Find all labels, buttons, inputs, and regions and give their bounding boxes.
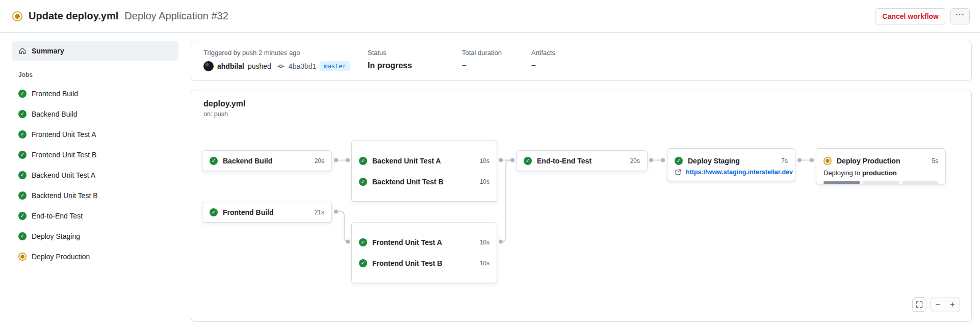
success-icon xyxy=(210,208,218,216)
run-name: Deploy Application #32 xyxy=(124,10,228,22)
sidebar-job-label: Backend Build xyxy=(32,110,78,118)
status-label: Status xyxy=(368,49,462,57)
sidebar-job-item[interactable]: Backend Unit Test A xyxy=(12,165,178,185)
job-node-label: Backend Build xyxy=(223,157,272,165)
success-icon xyxy=(18,110,27,118)
success-icon xyxy=(359,238,367,246)
job-node-duration: 10s xyxy=(480,260,489,267)
commit-message: Update deploy.yml xyxy=(29,10,118,22)
action-text: pushed xyxy=(248,62,271,70)
deploy-progress-bar xyxy=(816,177,945,184)
job-node-label: Backend Unit Test A xyxy=(372,157,441,165)
more-options-button[interactable]: ··· xyxy=(950,8,970,24)
job-node-duration: 20s xyxy=(315,157,324,164)
sidebar-job-item[interactable]: End-to-End Test xyxy=(12,206,178,226)
job-node-e2e-test[interactable]: End-to-End Test 20s xyxy=(516,150,648,171)
success-icon xyxy=(18,212,27,220)
sidebar-job-item[interactable]: Backend Build xyxy=(12,104,178,124)
run-header: Update deploy.yml Deploy Application #32… xyxy=(0,0,980,33)
sidebar-job-label: Frontend Unit Test B xyxy=(32,151,96,159)
external-link-icon xyxy=(675,169,682,176)
job-node-label: End-to-End Test xyxy=(537,157,591,165)
job-node-duration: 20s xyxy=(630,157,640,164)
job-node-duration: 21s xyxy=(315,209,324,216)
job-node-duration: 5s xyxy=(932,157,938,164)
cancel-workflow-button[interactable]: Cancel workflow xyxy=(875,8,946,24)
in-progress-icon xyxy=(18,253,27,261)
success-icon xyxy=(524,157,532,165)
run-title: Update deploy.yml Deploy Application #32 xyxy=(12,10,228,22)
sidebar-job-label: Backend Unit Test A xyxy=(32,171,95,179)
avatar[interactable] xyxy=(203,61,214,71)
status-value: In progress xyxy=(368,61,462,70)
job-node-frontend-test-b[interactable]: Frontend Unit Test B 10s xyxy=(352,253,497,273)
job-node-duration: 7s xyxy=(781,157,788,164)
jobs-list: Frontend BuildBackend BuildFrontend Unit… xyxy=(12,84,178,267)
success-icon xyxy=(359,157,367,165)
job-node-frontend-test-a[interactable]: Frontend Unit Test A 10s xyxy=(352,232,497,253)
run-summary-card: Triggered by push 2 minutes ago ahdbilal… xyxy=(191,41,972,81)
commit-icon xyxy=(277,62,285,70)
staging-environment-link[interactable]: https://www.staging.interstellar.dev xyxy=(686,169,793,176)
success-icon xyxy=(675,157,683,165)
job-node-backend-test-b[interactable]: Backtend Unit Test B 10s xyxy=(352,171,497,192)
success-icon xyxy=(210,157,218,165)
success-icon xyxy=(18,191,27,200)
sidebar-job-label: Backtend Unit Test B xyxy=(32,191,98,200)
duration-value: – xyxy=(462,61,531,70)
job-node-deploy-staging[interactable]: Deploy Staging 7s https://www.staging.in… xyxy=(667,148,795,181)
duration-label: Total duration xyxy=(462,49,531,57)
progress-segment xyxy=(862,181,899,184)
job-node-group-frontend-tests: Frontend Unit Test A 10s Frontend Unit T… xyxy=(351,222,497,283)
sidebar-job-item[interactable]: Backtend Unit Test B xyxy=(12,185,178,206)
success-icon xyxy=(359,178,367,186)
sidebar-job-item[interactable]: Frontend Build xyxy=(12,84,178,104)
sidebar-summary-label: Summary xyxy=(32,47,64,55)
job-node-deploy-production[interactable]: Deploy Production 5s Deploying to produc… xyxy=(816,148,946,184)
success-icon xyxy=(18,171,27,179)
success-icon xyxy=(18,90,27,98)
job-node-label: Frontend Unit Test B xyxy=(372,259,442,267)
job-node-label: Frontend Build xyxy=(223,208,274,216)
job-node-duration: 10s xyxy=(480,157,489,164)
job-node-group-backend-tests: Backend Unit Test A 10s Backtend Unit Te… xyxy=(351,141,497,202)
sidebar-job-label: Frontend Unit Test A xyxy=(32,130,96,139)
artifacts-label: Artifacts xyxy=(531,49,555,57)
sidebar-job-label: Frontend Build xyxy=(32,90,78,98)
progress-segment xyxy=(901,181,938,184)
success-icon xyxy=(359,259,367,267)
artifacts-value: – xyxy=(531,61,555,70)
job-node-label: Frontend Unit Test A xyxy=(372,238,442,246)
branch-badge[interactable]: master xyxy=(320,61,350,71)
job-node-backend-build[interactable]: Backend Build 20s xyxy=(202,150,332,171)
job-node-backend-test-a[interactable]: Backend Unit Test A 10s xyxy=(352,150,497,171)
job-node-duration: 10s xyxy=(480,239,489,246)
job-node-label: Deploy Staging xyxy=(688,157,740,165)
trigger-text: Triggered by push 2 minutes ago xyxy=(203,49,368,57)
success-icon xyxy=(18,232,27,240)
success-icon xyxy=(18,130,27,139)
sidebar-job-item[interactable]: Deploy Staging xyxy=(12,226,178,246)
commit-sha[interactable]: 4ba3bd1 xyxy=(289,62,317,70)
progress-segment xyxy=(823,181,860,184)
zoom-in-button[interactable]: + xyxy=(945,297,960,312)
workflow-graph: deploy.yml on: push xyxy=(191,90,972,322)
in-progress-icon xyxy=(823,157,832,165)
sidebar-job-label: End-to-End Test xyxy=(32,212,83,220)
zoom-out-button[interactable]: − xyxy=(931,297,945,312)
sidebar-job-label: Deploy Production xyxy=(32,253,90,261)
actor-name[interactable]: ahdbilal xyxy=(217,62,244,70)
fullscreen-button[interactable] xyxy=(912,297,926,312)
job-node-label: Backtend Unit Test B xyxy=(372,178,444,186)
sidebar-job-label: Deploy Staging xyxy=(32,232,80,240)
sidebar-job-item[interactable]: Frontend Unit Test A xyxy=(12,124,178,145)
sidebar-job-item[interactable]: Frontend Unit Test B xyxy=(12,145,178,165)
sidebar-item-summary[interactable]: Summary xyxy=(12,41,178,61)
home-icon xyxy=(18,47,27,55)
sidebar-job-item[interactable]: Deploy Production xyxy=(12,246,178,267)
job-node-frontend-build[interactable]: Frontend Build 21s xyxy=(202,202,332,223)
success-icon xyxy=(18,151,27,159)
job-node-duration: 10s xyxy=(480,178,489,185)
jobs-section-label: Jobs xyxy=(18,71,178,78)
deploy-note: Deploying to production xyxy=(816,168,945,177)
